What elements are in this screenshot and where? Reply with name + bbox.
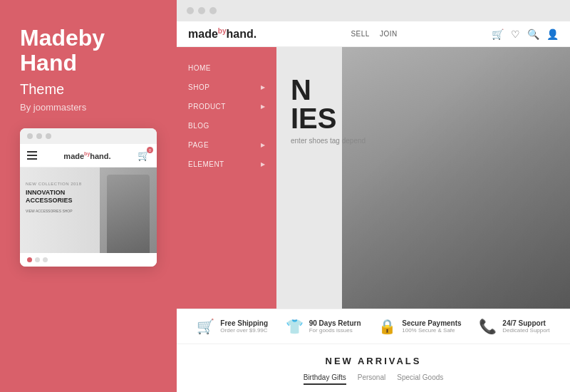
brand-by: By joommasters	[20, 102, 86, 113]
feature-support: 📞 24/7 Support Dedicated Support	[479, 318, 549, 335]
mini-hero-person-image	[100, 167, 157, 253]
mini-hero-label: NEW COLLECTION 2018	[26, 182, 82, 186]
free-shipping-title: Free Shipping	[220, 319, 268, 327]
support-desc: Dedicated Support	[502, 327, 549, 334]
sidebar-arrow-page: ▶	[261, 142, 266, 148]
site-nav: SELL JOIN	[351, 30, 397, 38]
free-shipping-desc: Order over $9.99C	[220, 327, 268, 334]
nav-sell[interactable]: SELL	[351, 30, 369, 38]
user-icon[interactable]: 👤	[546, 29, 559, 40]
support-text: 24/7 Support Dedicated Support	[502, 319, 549, 334]
sidebar-arrow-shop: ▶	[261, 84, 266, 91]
returns-desc: For goods issues	[309, 327, 361, 334]
sidebar-arrow-product: ▶	[261, 103, 266, 110]
mini-browser-bar	[20, 128, 157, 144]
sidebar-item-shop[interactable]: SHOP ▶	[177, 78, 276, 97]
feature-secure-payments: 🔒 Secure Payments 100% Secure & Safe	[378, 318, 461, 335]
cart-icon[interactable]: 🛒	[492, 29, 504, 40]
hero-text-overlay: N IES enter shoes tag depend	[291, 76, 366, 145]
mini-chrome-dot-3	[46, 133, 51, 139]
mini-nav-dot-2	[43, 257, 48, 262]
mini-chrome-dot-1	[27, 133, 33, 139]
hero-person-image	[342, 47, 570, 309]
chrome-dot-2	[198, 7, 205, 14]
free-shipping-icon: 🛒	[197, 318, 214, 335]
mini-logo: madebyhand.	[63, 151, 110, 160]
features-bar: 🛒 Free Shipping Order over $9.99C 👕 90 D…	[177, 309, 570, 344]
secure-payments-title: Secure Payments	[402, 319, 461, 327]
mini-hero-link: VIEW ACCESSORIES SHOP	[26, 209, 82, 213]
mini-hero: NEW COLLECTION 2018 INNOVATION ACCESSORI…	[20, 167, 157, 253]
mini-nav-dot-1	[35, 257, 40, 262]
sidebar-item-home[interactable]: HOME	[177, 58, 276, 78]
new-arrivals-title: NEW ARRIVALS	[191, 356, 556, 366]
returns-icon: 👕	[286, 318, 304, 335]
hero-area: N IES enter shoes tag depend	[276, 47, 570, 309]
mini-hero-text: NEW COLLECTION 2018 INNOVATION ACCESSORI…	[26, 182, 82, 213]
hero-sub-text: enter shoes tag depend	[291, 137, 366, 145]
sidebar-item-page[interactable]: PAGE ▶	[177, 135, 276, 155]
brand-title: Madeby Hand	[20, 26, 157, 76]
sidebar-item-blog[interactable]: BLOG	[177, 116, 276, 135]
main-content: HOME SHOP ▶ PRODUCT ▶ BLOG PAGE ▶	[177, 47, 570, 309]
site-logo: madebyhand.	[188, 27, 256, 41]
tab-special-goods[interactable]: Special Goods	[397, 373, 443, 385]
sidebar-arrow-element: ▶	[261, 161, 266, 167]
returns-text: 90 Days Return For goods issues	[309, 319, 361, 334]
free-shipping-text: Free Shipping Order over $9.99C	[220, 319, 268, 334]
support-icon: 📞	[479, 318, 497, 335]
sidebar-item-product[interactable]: PRODUCT ▶	[177, 97, 276, 116]
mini-hamburger-icon	[27, 151, 37, 160]
feature-free-shipping: 🛒 Free Shipping Order over $9.99C	[197, 318, 268, 335]
mini-site-header: madebyhand. 🛒 0	[20, 144, 157, 167]
wishlist-icon[interactable]: ♡	[511, 29, 520, 40]
secure-payments-icon: 🔒	[378, 318, 396, 335]
chrome-dot-1	[187, 7, 194, 14]
tab-birthday-gifts[interactable]: Birthday Gifts	[304, 373, 346, 385]
mini-browser-mockup: madebyhand. 🛒 0 NEW COLLECTION 2018 INNO…	[20, 128, 157, 267]
mini-browser-content: madebyhand. 🛒 0 NEW COLLECTION 2018 INNO…	[20, 144, 157, 267]
mini-nav-dot-active	[27, 257, 32, 262]
site-sidebar: HOME SHOP ▶ PRODUCT ▶ BLOG PAGE ▶	[177, 47, 276, 309]
mini-cart-icon: 🛒 0	[138, 150, 150, 161]
nav-join[interactable]: JOIN	[380, 30, 398, 38]
support-title: 24/7 Support	[502, 319, 549, 327]
chrome-dot-3	[209, 7, 217, 14]
browser-chrome	[177, 0, 570, 21]
sidebar-item-element[interactable]: ELEMENT ▶	[177, 155, 276, 174]
header-icons: 🛒 ♡ 🔍 👤	[492, 29, 559, 40]
right-panel: madebyhand. SELL JOIN 🛒 ♡ 🔍 👤 HOME S	[177, 0, 570, 392]
secure-payments-desc: 100% Secure & Safe	[402, 327, 461, 334]
mini-hero-headline: INNOVATION ACCESSORIES	[26, 189, 82, 205]
feature-returns: 👕 90 Days Return For goods issues	[286, 318, 361, 335]
site-header: madebyhand. SELL JOIN 🛒 ♡ 🔍 👤	[177, 21, 570, 47]
mini-cart-badge: 0	[147, 147, 153, 153]
search-icon[interactable]: 🔍	[527, 29, 539, 40]
secure-payments-text: Secure Payments 100% Secure & Safe	[402, 319, 461, 334]
tab-personal[interactable]: Personal	[358, 373, 385, 385]
mini-nav-dots	[20, 253, 157, 267]
left-panel: Madeby Hand Theme By joommasters madebyh…	[0, 0, 177, 392]
arrivals-tabs: Birthday Gifts Personal Special Goods	[191, 373, 556, 385]
new-arrivals-section: NEW ARRIVALS Birthday Gifts Personal Spe…	[177, 344, 570, 392]
returns-title: 90 Days Return	[309, 319, 361, 327]
brand-subtitle: Theme	[20, 81, 64, 98]
hero-large-text: N IES	[291, 76, 366, 133]
mini-chrome-dot-2	[36, 133, 42, 139]
website-area: madebyhand. SELL JOIN 🛒 ♡ 🔍 👤 HOME S	[177, 21, 570, 392]
